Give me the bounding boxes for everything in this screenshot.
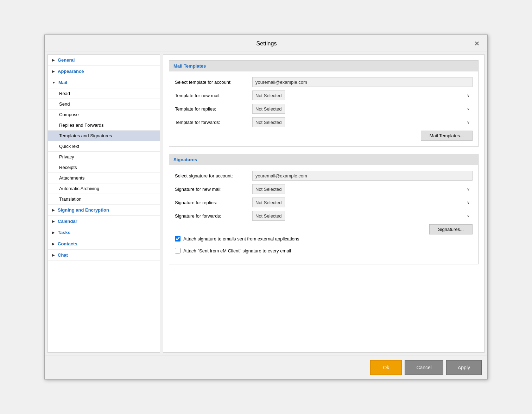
signatures-section: Signatures Select signature for account:… — [169, 154, 479, 264]
sidebar-item-label: Contacts — [58, 241, 77, 246]
sidebar-subitem-send[interactable]: Send — [48, 99, 160, 109]
subitem-label: Read — [59, 91, 70, 96]
select-template-account-input[interactable] — [252, 77, 473, 87]
attach-sig-external-label: Attach signature to emails sent from ext… — [183, 236, 299, 242]
subitem-label: Privacy — [59, 154, 74, 159]
sidebar: ▶ General ▶ Appearance ▼ Mail Read Send … — [48, 54, 160, 353]
sidebar-item-label: Appearance — [58, 69, 84, 74]
mail-templates-btn-row: Mail Templates... — [175, 131, 473, 141]
sidebar-subitem-templates-signatures[interactable]: Templates and Signatures — [48, 131, 160, 141]
arrow-icon: ▶ — [52, 58, 55, 62]
title-bar: Settings ✕ — [45, 35, 487, 51]
dialog-title: Settings — [61, 40, 472, 47]
mail-templates-header: Mail Templates — [169, 61, 478, 71]
sidebar-subitem-automatic-archiving[interactable]: Automatic Archiving — [48, 183, 160, 194]
subitem-label: Automatic Archiving — [59, 186, 99, 191]
mail-templates-body: Select template for account: Template fo… — [169, 71, 478, 146]
sidebar-subitem-compose[interactable]: Compose — [48, 109, 160, 120]
sig-new-mail-select-wrapper: Not Selected — [252, 184, 473, 194]
signatures-header: Signatures — [169, 154, 478, 165]
arrow-icon: ▶ — [52, 253, 55, 257]
sig-new-mail-row: Signature for new mail: Not Selected — [175, 184, 473, 194]
signatures-btn-row: Signatures... — [175, 224, 473, 234]
arrow-icon: ▶ — [52, 231, 55, 234]
template-forwards-select-wrapper: Not Selected — [252, 117, 473, 127]
template-forwards-label: Template for forwards: — [175, 120, 252, 125]
ok-button[interactable]: Ok — [370, 360, 402, 375]
sig-new-mail-label: Signature for new mail: — [175, 187, 252, 192]
attach-sig-external-row: Attach signature to emails sent from ext… — [175, 234, 473, 243]
arrow-icon: ▶ — [52, 208, 55, 212]
sidebar-item-tasks[interactable]: ▶ Tasks — [48, 227, 160, 238]
sidebar-subitem-read[interactable]: Read — [48, 88, 160, 99]
sig-new-mail-select[interactable]: Not Selected — [252, 184, 285, 194]
sig-forwards-select-wrapper: Not Selected — [252, 211, 473, 221]
apply-button[interactable]: Apply — [446, 360, 482, 375]
content-panel: Mail Templates Select template for accou… — [163, 54, 484, 353]
template-new-mail-select[interactable]: Not Selected — [252, 90, 285, 100]
subitem-label: Compose — [59, 112, 79, 117]
sidebar-item-label: Calendar — [58, 219, 77, 224]
attach-sig-em-client-label: Attach "Sent from eM Client" signature t… — [183, 248, 291, 253]
subitem-label: Templates and Signatures — [59, 133, 112, 138]
sidebar-item-contacts[interactable]: ▶ Contacts — [48, 238, 160, 250]
arrow-icon: ▼ — [52, 81, 56, 84]
template-forwards-row: Template for forwards: Not Selected — [175, 117, 473, 127]
sig-replies-select-wrapper: Not Selected — [252, 197, 473, 207]
sidebar-item-general[interactable]: ▶ General — [48, 55, 160, 66]
sidebar-subitem-receipts[interactable]: Receipts — [48, 162, 160, 173]
select-sig-account-label: Select signature for account: — [175, 173, 252, 178]
sig-replies-row: Signature for replies: Not Selected — [175, 197, 473, 207]
arrow-icon: ▶ — [52, 242, 55, 246]
sidebar-item-label: Mail — [58, 80, 67, 85]
sig-forwards-label: Signature for forwards: — [175, 213, 252, 219]
sidebar-subitem-privacy[interactable]: Privacy — [48, 152, 160, 162]
sidebar-item-label: Tasks — [58, 230, 70, 235]
template-replies-label: Template for replies: — [175, 106, 252, 112]
select-template-account-label: Select template for account: — [175, 80, 252, 85]
sidebar-item-label: Chat — [58, 252, 68, 258]
signatures-body: Select signature for account: Signature … — [169, 165, 478, 264]
dialog-footer: Ok Cancel Apply — [45, 356, 487, 379]
select-sig-account-row: Select signature for account: — [175, 171, 473, 181]
subitem-label: Receipts — [59, 165, 77, 170]
attach-sig-em-client-row: Attach "Sent from eM Client" signature t… — [175, 246, 473, 255]
sig-replies-label: Signature for replies: — [175, 200, 252, 205]
template-new-mail-label: Template for new mail: — [175, 93, 252, 98]
attach-sig-em-client-checkbox[interactable] — [175, 248, 180, 253]
template-forwards-select[interactable]: Not Selected — [252, 117, 285, 127]
subitem-label: Translation — [59, 196, 82, 202]
arrow-icon: ▶ — [52, 69, 55, 73]
cancel-button[interactable]: Cancel — [405, 360, 443, 375]
template-new-mail-row: Template for new mail: Not Selected — [175, 90, 473, 100]
sidebar-item-calendar[interactable]: ▶ Calendar — [48, 216, 160, 227]
select-sig-account-input[interactable] — [252, 171, 473, 181]
signatures-button[interactable]: Signatures... — [429, 224, 473, 234]
settings-dialog: Settings ✕ ▶ General ▶ Appearance ▼ Mail — [44, 34, 488, 380]
sidebar-item-label: Signing and Encryption — [58, 207, 109, 213]
arrow-icon: ▶ — [52, 219, 55, 223]
subitem-label: Replies and Forwards — [59, 123, 103, 128]
subitem-label: Send — [59, 101, 70, 107]
sidebar-item-label: General — [58, 57, 75, 63]
template-new-mail-select-wrapper: Not Selected — [252, 90, 473, 100]
attach-sig-external-checkbox[interactable] — [175, 236, 180, 242]
sig-forwards-select[interactable]: Not Selected — [252, 211, 285, 221]
sig-forwards-row: Signature for forwards: Not Selected — [175, 211, 473, 221]
sidebar-subitem-quicktext[interactable]: QuickText — [48, 141, 160, 152]
sidebar-subitem-translation[interactable]: Translation — [48, 194, 160, 205]
sidebar-item-signing-encryption[interactable]: ▶ Signing and Encryption — [48, 205, 160, 216]
template-replies-select[interactable]: Not Selected — [252, 104, 285, 114]
sidebar-item-appearance[interactable]: ▶ Appearance — [48, 66, 160, 77]
sidebar-item-chat[interactable]: ▶ Chat — [48, 250, 160, 261]
sidebar-item-mail[interactable]: ▼ Mail — [48, 77, 160, 88]
sidebar-subitem-attachments[interactable]: Attachments — [48, 173, 160, 183]
close-button[interactable]: ✕ — [472, 39, 482, 48]
template-replies-select-wrapper: Not Selected — [252, 104, 473, 114]
mail-templates-button[interactable]: Mail Templates... — [421, 131, 473, 141]
sig-replies-select[interactable]: Not Selected — [252, 197, 285, 207]
subitem-label: QuickText — [59, 144, 79, 149]
subitem-label: Attachments — [59, 175, 84, 181]
sidebar-subitem-replies-forwards[interactable]: Replies and Forwards — [48, 120, 160, 131]
dialog-body: ▶ General ▶ Appearance ▼ Mail Read Send … — [45, 51, 487, 356]
